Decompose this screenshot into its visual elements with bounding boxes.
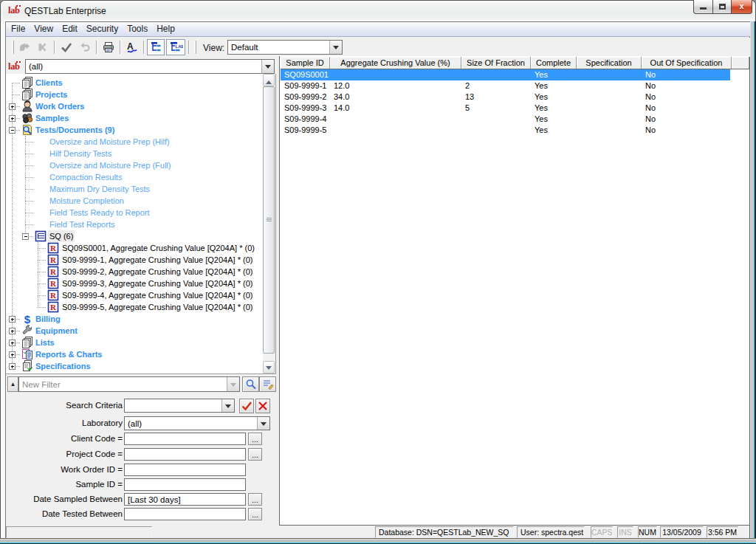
collapse-icon[interactable] — [9, 127, 16, 134]
laboratory-dropdown-icon[interactable] — [257, 417, 269, 430]
scrollbar-down-icon[interactable] — [263, 361, 275, 373]
table-row[interactable]: S09-9999-234.013YesNo — [281, 92, 750, 103]
menu-help[interactable]: Help — [153, 22, 179, 36]
tree-item[interactable]: Oversize and Moisture Prep (Full) — [6, 159, 275, 171]
tree-item[interactable]: Hilf Density Tests — [6, 148, 275, 159]
menu-view[interactable]: View — [30, 22, 57, 36]
tree-filter-dropdown-icon[interactable] — [261, 60, 274, 73]
expand-icon[interactable] — [9, 340, 16, 346]
toolbar-grip-2[interactable] — [194, 41, 196, 54]
expand-icon[interactable] — [9, 115, 16, 122]
client-code-field[interactable] — [124, 433, 246, 445]
scrollbar-up-icon[interactable] — [263, 74, 275, 86]
sample-id-field[interactable] — [124, 478, 246, 491]
menu-edit[interactable]: Edit — [58, 22, 81, 36]
tree-item[interactable]: RSQ09S0001, Aggregate Crushing Value [Q2… — [6, 242, 275, 254]
tree-item[interactable]: RS09-9999-4, Aggregate Crushing Value [Q… — [6, 289, 275, 301]
print-button[interactable] — [100, 39, 117, 55]
table-row[interactable]: S09-9999-314.05YesNo — [281, 103, 750, 114]
search-button[interactable] — [242, 376, 259, 392]
menu-tools[interactable]: Tools — [123, 22, 151, 36]
delete-icon — [36, 41, 49, 54]
laboratory-combo[interactable]: (all) — [124, 416, 270, 430]
clear-criteria-button[interactable] — [255, 399, 270, 413]
column-header-sample-id[interactable]: Sample ID — [281, 57, 330, 69]
tree-item[interactable]: Work Orders — [6, 100, 275, 112]
filter-name-dropdown-icon[interactable] — [227, 377, 239, 391]
date-sampled-between-browse-button[interactable]: ... — [248, 493, 262, 506]
add-button[interactable] — [16, 39, 32, 55]
undo-button[interactable] — [76, 39, 93, 55]
column-header-complete[interactable]: Complete — [531, 57, 577, 69]
column-header-out-of-specification[interactable]: Out Of Specification — [642, 57, 732, 69]
collapse-filter-button[interactable]: ▲ — [7, 376, 18, 392]
expand-icon[interactable] — [9, 363, 16, 370]
tree-item[interactable]: RS09-9999-1, Aggregate Crushing Value [Q… — [6, 254, 275, 266]
expand-icon[interactable] — [9, 316, 16, 323]
expand-icon[interactable] — [9, 328, 16, 334]
table-row[interactable]: S09-9999-5YesNo — [281, 125, 750, 136]
title-bar[interactable] — [0, 0, 756, 21]
tree-item[interactable]: Clients — [6, 77, 275, 89]
filter-name-combo[interactable]: New Filter — [18, 376, 240, 392]
table-row[interactable]: S09-9999-112.02YesNo — [281, 80, 750, 92]
date-tested-between-browse-button[interactable]: ... — [248, 508, 262, 520]
close-button[interactable]: x — [732, 0, 752, 14]
project-code-field[interactable] — [124, 448, 246, 461]
toolbar-grip[interactable] — [12, 41, 14, 54]
scrollbar-thumb[interactable] — [263, 86, 275, 354]
edit-filter-button[interactable] — [259, 376, 276, 392]
minimize-button[interactable] — [693, 0, 712, 14]
spelling-button[interactable]: A — [123, 39, 140, 55]
tree-connector — [38, 260, 46, 261]
project-code-browse-button[interactable]: ... — [248, 448, 262, 461]
lab-tree-view-button[interactable]: LAB — [166, 39, 185, 55]
tree-item[interactable]: Specifications — [6, 360, 275, 372]
tree-item[interactable]: Tests/Documents (9) — [6, 124, 275, 136]
tree-item[interactable]: $Billing — [6, 313, 275, 325]
tree-item[interactable]: Lists — [6, 337, 275, 348]
tree-item[interactable]: Samples — [6, 112, 275, 124]
tree-item[interactable]: Compaction Results — [6, 171, 275, 183]
cell-s09-9999-2: S09-9999-2 — [281, 92, 330, 103]
tree-view-button[interactable] — [147, 39, 165, 55]
column-header-aggregate-crushing-value-[interactable]: Aggregate Crushing Value (%) — [330, 57, 461, 69]
table-row[interactable]: SQ09S0001YesNo — [281, 69, 730, 80]
tree-item[interactable]: Equipment — [6, 325, 275, 337]
tree-item[interactable]: RS09-9999-2, Aggregate Crushing Value [Q… — [6, 266, 275, 278]
delete-button[interactable] — [34, 39, 51, 55]
tree-filter-combo[interactable]: (all) — [25, 59, 275, 74]
tree-item[interactable]: Projects — [6, 89, 275, 100]
apply-button[interactable] — [58, 39, 75, 55]
column-header-size-of-fraction[interactable]: Size Of Fraction — [461, 57, 531, 69]
search-criteria-dropdown-icon[interactable] — [221, 399, 234, 412]
apply-criteria-button[interactable] — [239, 399, 254, 413]
view-combo[interactable]: Default — [227, 40, 343, 55]
expand-icon[interactable] — [9, 103, 16, 110]
table-row[interactable]: S09-9999-4YesNo — [281, 114, 750, 125]
search-criteria-combo[interactable] — [124, 399, 235, 413]
tree-item[interactable]: Reports & Charts — [6, 348, 275, 360]
menu-security[interactable]: Security — [83, 22, 122, 36]
view-combo-dropdown-icon[interactable] — [329, 41, 342, 54]
maximize-button[interactable] — [712, 0, 732, 14]
tree-item[interactable]: Oversize and Moisture Prep (Hilf) — [6, 136, 275, 148]
tree-item[interactable]: RS09-9999-3, Aggregate Crushing Value [Q… — [6, 278, 275, 289]
collapse-icon[interactable] — [22, 233, 29, 240]
tree-item[interactable]: Maximum Dry Density Tests — [6, 183, 275, 195]
tree-item[interactable]: RS09-9999-5, Aggregate Crushing Value [Q… — [6, 301, 275, 313]
work-order-id-field[interactable] — [124, 464, 246, 476]
column-header-specification[interactable]: Specification — [577, 57, 642, 69]
tree-item[interactable]: SQ (6) — [6, 230, 275, 242]
tree-item[interactable]: Field Tests Ready to Report — [6, 207, 275, 218]
svg-text:R: R — [50, 303, 57, 311]
menu-file[interactable]: File — [7, 22, 29, 36]
tree-logo-icon: lab.. — [8, 61, 20, 72]
date-tested-between-field[interactable] — [124, 508, 246, 520]
tree-item-label: S09-9999-5, Aggregate Crushing Value [Q2… — [62, 301, 252, 313]
tree-item[interactable]: Field Test Reports — [6, 218, 275, 230]
client-code-browse-button[interactable]: ... — [248, 433, 262, 445]
date-sampled-between-field[interactable]: [Last 30 days] — [124, 493, 246, 506]
expand-icon[interactable] — [9, 351, 16, 358]
tree-item[interactable]: Moisture Completion — [6, 195, 275, 207]
